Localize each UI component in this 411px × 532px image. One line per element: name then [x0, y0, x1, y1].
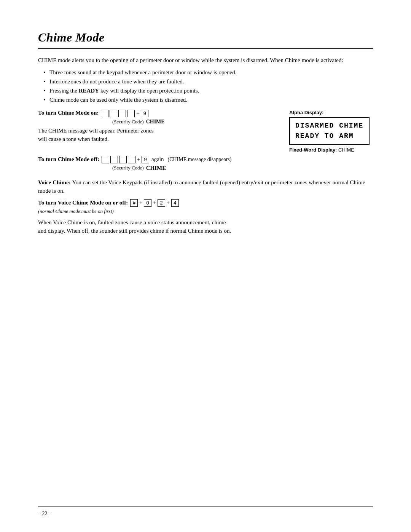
key-0: 0: [144, 199, 151, 207]
security-code-label-off: (Security Code): [112, 165, 144, 171]
chime-off-section: To turn Chime Mode off: + 9 again (CHIME…: [38, 156, 373, 163]
voice-chime-heading: Voice Chime:: [38, 179, 72, 185]
bottom-area: – 22 –: [38, 506, 373, 517]
page-title: Chime Mode: [38, 30, 373, 45]
key-box-off-2: [110, 156, 118, 163]
key-box-off-4: [128, 156, 135, 163]
chime-on-left: To turn Chime Mode on: + 9 (Security Cod…: [38, 110, 278, 144]
key-box-off-3: [119, 156, 127, 163]
key-box-1: [101, 110, 108, 117]
voice-chime-description: You can set the Voice Keypads (if instal…: [38, 179, 365, 194]
chime-on-section: To turn Chime Mode on: + 9 (Security Cod…: [38, 110, 373, 153]
vc-plus-3: +: [167, 200, 170, 206]
vc-plus-2: +: [153, 200, 156, 206]
title-divider: [38, 48, 373, 49]
fixed-word-value: CHIME: [338, 147, 354, 153]
list-item: Three tones sound at the keypad whenever…: [49, 68, 373, 77]
key-box-2: [110, 110, 117, 117]
normal-chime-note: (normal Chime mode must be on first): [38, 208, 373, 214]
chime-word-on: CHIME: [146, 119, 165, 125]
security-code-label: (Security Code): [112, 119, 144, 125]
list-item: Chime mode can be used only while the sy…: [49, 95, 373, 104]
voice-chime-key-sequence: # + 0 + 2 + 4: [130, 199, 179, 207]
list-item: Interior zones do not produce a tone whe…: [49, 77, 373, 86]
fixed-word-label: Fixed-Word Display: CHIME: [289, 147, 354, 153]
chime-off-paren: (CHIME message disappears): [168, 157, 232, 163]
feature-list: Three tones sound at the keypad whenever…: [49, 68, 373, 104]
voice-chime-section: Voice Chime: You can set the Voice Keypa…: [38, 178, 373, 195]
chime-on-key-sequence: + 9: [101, 110, 148, 117]
chime-off-security-row: (Security Code) CHIME: [112, 165, 373, 171]
alpha-display-area: Alpha Display: DISARMED CHIME READY TO A…: [289, 110, 373, 153]
vc-plus-1: +: [139, 200, 142, 206]
page-number: – 22 –: [38, 511, 51, 516]
alpha-display-box: DISARMED CHIME READY TO ARM: [289, 117, 370, 145]
key-9: 9: [141, 110, 148, 117]
key-4: 4: [171, 199, 179, 207]
key-box-off-1: [102, 156, 109, 163]
plus-sign-1: +: [136, 110, 139, 117]
list-item: Pressing the READY key will display the …: [49, 86, 373, 95]
intro-paragraph: CHIME mode alerts you to the opening of …: [38, 56, 373, 65]
alpha-display-label: Alpha Display:: [289, 110, 323, 115]
voice-chime-on-row: To turn Voice Chime Mode on or off: # + …: [38, 199, 373, 207]
chime-off-key-sequence: + 9: [102, 156, 149, 163]
key-box-4: [127, 110, 135, 117]
plus-sign-off: +: [137, 157, 140, 163]
key-hash: #: [130, 199, 138, 207]
chime-on-instruction-row: To turn Chime Mode on: + 9: [38, 110, 278, 117]
chime-word-off: CHIME: [146, 165, 166, 171]
voice-chime-on-label: To turn Voice Chime Mode on or off:: [38, 200, 128, 206]
key-2: 2: [158, 199, 165, 207]
voice-chime-bottom-desc: When Voice Chime is on, faulted zones ca…: [38, 218, 373, 235]
chime-on-security-row: (Security Code) CHIME: [112, 119, 278, 125]
alpha-display-line2: READY TO ARM: [295, 131, 363, 141]
chime-on-label: To turn Chime Mode on:: [38, 110, 99, 116]
again-text: again: [151, 156, 164, 163]
chime-off-label: To turn Chime Mode off:: [38, 156, 99, 163]
bottom-divider: [38, 506, 373, 506]
voice-chime-paragraph: Voice Chime: You can set the Voice Keypa…: [38, 178, 373, 195]
alpha-display-line1: DISARMED CHIME: [295, 121, 363, 131]
key-9-off: 9: [142, 156, 149, 163]
key-box-3: [118, 110, 126, 117]
page: Chime Mode CHIME mode alerts you to the …: [0, 0, 411, 532]
chime-on-message: The CHIME message will appear. Perimeter…: [38, 126, 278, 144]
